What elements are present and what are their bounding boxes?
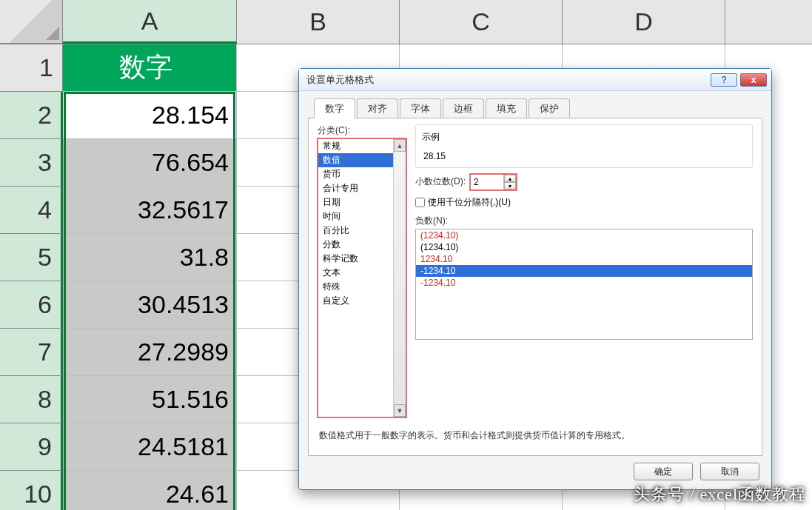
negative-item[interactable]: -1234.10 [416, 265, 752, 277]
ok-button[interactable]: 确定 [634, 463, 693, 480]
scrollbar[interactable]: ▲ ▼ [393, 139, 406, 417]
cell-A5[interactable]: 31.8 [63, 234, 237, 281]
thousands-label: 使用千位分隔符(,)(U) [428, 196, 511, 209]
category-item[interactable]: 时间 [318, 209, 393, 224]
thousands-checkbox[interactable] [415, 198, 425, 207]
category-item[interactable]: 日期 [318, 195, 393, 209]
category-item[interactable]: 货币 [318, 167, 393, 181]
spin-down-icon[interactable]: ▼ [504, 182, 516, 189]
tab-fill[interactable]: 填充 [486, 98, 527, 118]
decimal-spinner[interactable]: ▲ ▼ [470, 174, 517, 190]
row-header-5[interactable]: 5 [0, 234, 63, 281]
negative-item[interactable]: (1234.10) [416, 229, 752, 241]
cell-A9[interactable]: 24.5181 [63, 423, 237, 471]
close-icon: x [751, 75, 756, 85]
column-header-A[interactable]: A [63, 0, 237, 44]
category-item[interactable]: 常规 [318, 139, 393, 153]
row-header-8[interactable]: 8 [0, 376, 63, 423]
negative-item[interactable]: (1234.10) [416, 241, 752, 253]
negative-label: 负数(N): [415, 215, 753, 227]
close-button[interactable]: x [740, 73, 767, 87]
spin-up-icon[interactable]: ▲ [504, 175, 516, 182]
cell-A1[interactable]: 数字 [63, 44, 237, 92]
cell-A7[interactable]: 27.2989 [63, 329, 237, 376]
category-list[interactable]: 常规数值货币会计专用日期时间百分比分数科学记数文本特殊自定义 ▲ ▼ [318, 138, 406, 417]
category-item[interactable]: 特殊 [318, 280, 393, 294]
decimal-label: 小数位数(D): [415, 175, 466, 188]
cell-A6[interactable]: 30.4513 [63, 281, 237, 329]
cell-A3[interactable]: 76.654 [63, 139, 237, 187]
scroll-down-icon[interactable]: ▼ [394, 404, 406, 417]
tab-protect[interactable]: 保护 [529, 98, 570, 118]
row-header-4[interactable]: 4 [0, 187, 63, 234]
cell-A10[interactable]: 24.61 [63, 471, 237, 510]
tab-border[interactable]: 边框 [443, 98, 484, 118]
decimal-input[interactable] [471, 177, 503, 187]
row-header-1[interactable]: 1 [0, 44, 63, 92]
question-icon: ? [722, 75, 727, 85]
category-item[interactable]: 数值 [318, 153, 393, 167]
sample-value: 28.15 [422, 148, 746, 161]
negative-item[interactable]: 1234.10 [416, 253, 752, 265]
dialog-body: 分类(C): 常规数值货币会计专用日期时间百分比分数科学记数文本特殊自定义 ▲ … [308, 118, 762, 456]
thousands-checkbox-row[interactable]: 使用千位分隔符(,)(U) [415, 196, 753, 209]
format-cells-dialog: 设置单元格格式 ? x 数字 对齐 字体 边框 填充 保护 分类(C): 常规数… [298, 68, 772, 490]
watermark: 头条号 / excel函数教程 [634, 483, 806, 506]
select-all-corner[interactable] [0, 0, 63, 44]
category-item[interactable]: 百分比 [318, 224, 393, 238]
tab-number[interactable]: 数字 [314, 98, 355, 118]
column-header-B[interactable]: B [237, 0, 400, 44]
row-header-10[interactable]: 10 [0, 471, 63, 510]
column-headers-row: A B C D [0, 0, 812, 44]
category-item[interactable]: 文本 [318, 266, 393, 280]
row-header-6[interactable]: 6 [0, 281, 63, 329]
tab-alignment[interactable]: 对齐 [357, 98, 398, 118]
negative-item[interactable]: -1234.10 [416, 277, 752, 289]
column-header-C[interactable]: C [400, 0, 563, 44]
category-item[interactable]: 科学记数 [318, 252, 393, 266]
format-description: 数值格式用于一般数字的表示。货币和会计格式则提供货币值计算的专用格式。 [318, 426, 753, 446]
category-item[interactable]: 分数 [318, 238, 393, 252]
scroll-up-icon[interactable]: ▲ [394, 139, 406, 152]
row-headers: 1 2 3 4 5 6 7 8 9 10 [0, 44, 63, 510]
cancel-button[interactable]: 取消 [700, 463, 759, 480]
dialog-title: 设置单元格格式 [306, 73, 374, 87]
category-item[interactable]: 自定义 [318, 294, 393, 308]
sample-label: 示例 [422, 131, 746, 144]
cell-A2[interactable]: 28.154 [63, 92, 237, 139]
cell-A4[interactable]: 32.5617 [63, 187, 237, 234]
row-header-9[interactable]: 9 [0, 423, 63, 471]
category-item[interactable]: 会计专用 [318, 181, 393, 195]
row-header-3[interactable]: 3 [0, 139, 63, 187]
row-header-7[interactable]: 7 [0, 329, 63, 376]
dialog-titlebar[interactable]: 设置单元格格式 ? x [299, 69, 771, 91]
cell-A8[interactable]: 51.516 [63, 376, 237, 423]
column-header-D[interactable]: D [563, 0, 725, 44]
sample-group: 示例 28.15 [415, 124, 753, 168]
negative-list[interactable]: (1234.10)(1234.10)1234.10-1234.10-1234.1… [415, 229, 753, 340]
help-button[interactable]: ? [711, 73, 737, 87]
row-header-2[interactable]: 2 [0, 92, 63, 139]
tab-font[interactable]: 字体 [400, 98, 441, 118]
dialog-tabs: 数字 对齐 字体 边框 填充 保护 [299, 91, 771, 118]
category-label: 分类(C): [318, 124, 406, 137]
